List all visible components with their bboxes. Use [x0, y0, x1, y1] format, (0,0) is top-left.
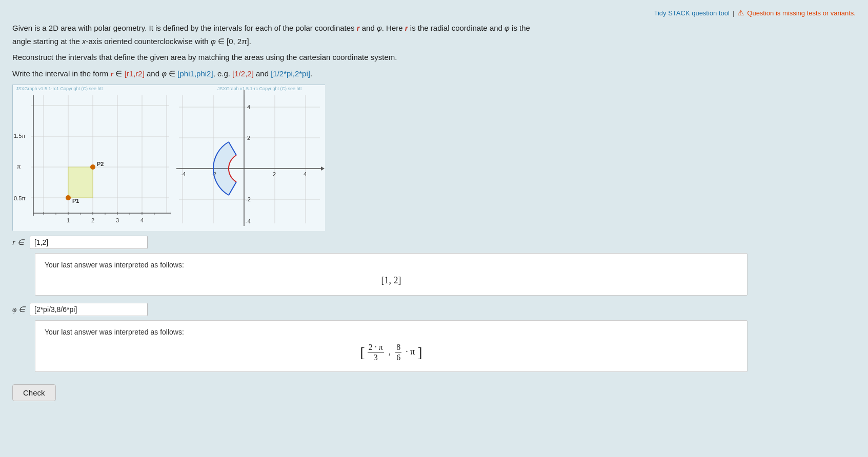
r-input[interactable] [30, 236, 148, 249]
left-graph: JSXGraph v1.5.1-rc1 Copyright (C) see ht… [12, 85, 171, 231]
phi-interp-label: Your last answer was interpreted as foll… [45, 328, 738, 336]
right-graph-svg: -4 -2 2 4 4 2 -2 -4 [171, 85, 325, 231]
problem-text: Given is a 2D area with polar geometry. … [12, 22, 546, 80]
svg-text:2: 2 [247, 135, 250, 141]
r-interp-label: Your last answer was interpreted as foll… [45, 261, 738, 269]
problem-line3: Write the interval in the form r ∈ [r1,r… [12, 67, 546, 81]
phi-frac2-num: 8 [395, 342, 401, 352]
r-interpretation-box: Your last answer was interpreted as foll… [35, 253, 748, 296]
warning-message: Question is missing tests or variants. [747, 9, 856, 17]
phi-input-row: φ ∈ [12, 303, 856, 316]
svg-text:2: 2 [91, 217, 94, 223]
r-interp-math: [1, 2] [45, 275, 738, 286]
check-button[interactable]: Check [12, 384, 56, 401]
svg-text:1.5π: 1.5π [14, 133, 26, 139]
phi-interpretation-box: Your last answer was interpreted as foll… [35, 320, 748, 372]
svg-text:3: 3 [116, 217, 119, 223]
right-graph: JSXGraph v1.5.1-rc Copyright (C) see htt [171, 85, 325, 231]
svg-text:2: 2 [273, 171, 276, 177]
phi-input[interactable] [30, 303, 148, 316]
phi-input-label: φ ∈ [12, 305, 27, 314]
svg-text:1: 1 [67, 217, 70, 223]
phi-frac1-num: 2 · π [368, 342, 384, 352]
svg-rect-31 [68, 167, 93, 198]
svg-text:0.5π: 0.5π [14, 195, 26, 201]
svg-text:4: 4 [247, 104, 250, 110]
phi-dot-pi: · π [406, 346, 415, 357]
svg-text:P2: P2 [97, 161, 104, 167]
comma: , [389, 346, 391, 357]
phi-frac2: 8 6 [395, 342, 401, 362]
svg-point-34 [90, 164, 95, 170]
svg-text:-4: -4 [180, 171, 186, 177]
svg-text:-4: -4 [246, 218, 251, 224]
left-graph-svg: 0.5π π 1.5π 1 2 3 4 [13, 85, 172, 231]
tidy-stack-link[interactable]: Tidy STACK question tool [654, 9, 730, 17]
r-input-row: r ∈ [12, 236, 856, 249]
problem-line2: Reconstruct the intervals that define th… [12, 51, 546, 64]
right-bracket: ] [417, 344, 422, 360]
left-bracket: [ [360, 344, 365, 360]
phi-interp-math: [ 2 · π 3 , 8 6 · π ] [45, 342, 738, 362]
svg-text:P1: P1 [72, 198, 79, 204]
svg-text:-2: -2 [246, 196, 251, 202]
svg-text:π: π [17, 163, 21, 170]
warning-icon: ⚠ [737, 8, 744, 17]
svg-text:4: 4 [304, 171, 307, 177]
r-input-label: r ∈ [12, 238, 27, 247]
phi-frac1: 2 · π 3 [368, 342, 384, 362]
svg-text:4: 4 [140, 217, 144, 223]
separator: | [733, 9, 734, 17]
graphs-row: JSXGraph v1.5.1-rc1 Copyright (C) see ht… [12, 85, 856, 231]
problem-line1: Given is a 2D area with polar geometry. … [12, 22, 546, 48]
phi-frac2-den: 6 [395, 352, 401, 362]
top-bar: Tidy STACK question tool | ⚠ Question is… [12, 8, 856, 17]
svg-rect-0 [13, 85, 172, 231]
svg-point-32 [66, 195, 71, 200]
phi-frac1-den: 3 [373, 352, 379, 362]
